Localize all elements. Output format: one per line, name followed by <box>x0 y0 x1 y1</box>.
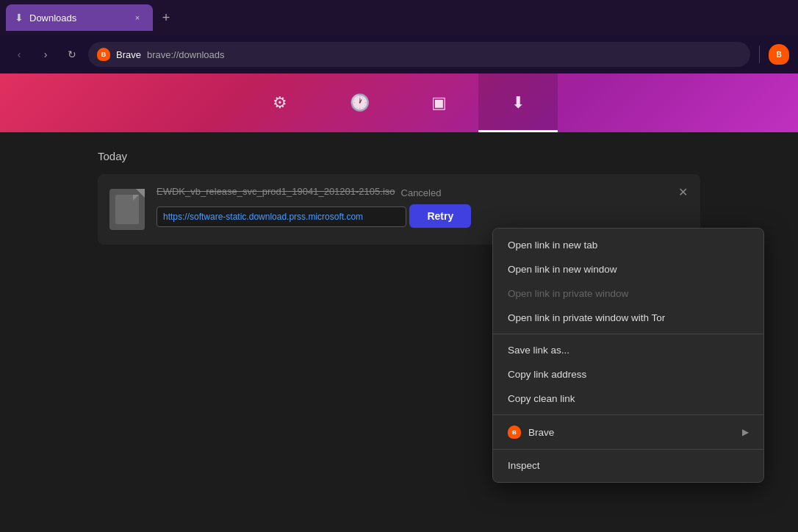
file-icon-inner <box>115 195 139 224</box>
brave-logo-icon: B <box>508 425 521 439</box>
download-url-input[interactable] <box>157 206 406 227</box>
menu-open-new-tab[interactable]: Open link in new tab <box>493 233 763 257</box>
download-filename: EWDK_vb_release_svc_prod1_19041_201201-2… <box>157 186 395 197</box>
menu-inspect[interactable]: Inspect <box>493 453 763 478</box>
menu-divider-3 <box>493 449 763 450</box>
back-button[interactable]: ‹ <box>9 44 29 65</box>
brave-shield-icon: B <box>97 48 110 61</box>
submenu-arrow-icon: ▶ <box>742 427 749 437</box>
context-menu: Open link in new tab Open link in new wi… <box>492 228 764 483</box>
tab-title: Downloads <box>29 12 125 24</box>
forward-button[interactable]: › <box>35 44 56 65</box>
close-download-button[interactable]: ✕ <box>674 183 691 201</box>
address-brand: Brave <box>116 49 141 60</box>
menu-divider-1 <box>493 334 763 334</box>
menu-divider-2 <box>493 414 763 415</box>
address-bar[interactable]: B Brave brave://downloads <box>88 42 750 67</box>
nav-divider <box>759 46 760 63</box>
toolbar-downloads[interactable]: ⬇ <box>478 73 558 132</box>
brave-submenu-icon: B <box>508 425 521 439</box>
menu-open-private-window: Open link in private window <box>493 281 763 306</box>
file-icon <box>109 189 145 230</box>
downloads-tab[interactable]: ⬇ Downloads × <box>6 4 153 31</box>
tab-download-icon: ⬇ <box>15 12 24 24</box>
menu-copy-clean-link[interactable]: Copy clean link <box>493 387 763 411</box>
filename-row: EWDK_vb_release_svc_prod1_19041_201201-2… <box>157 186 689 200</box>
top-toolbar: ⚙ 🕐 ▣ ⬇ <box>0 73 798 132</box>
address-url: brave://downloads <box>147 49 225 60</box>
menu-open-new-window[interactable]: Open link in new window <box>493 257 763 281</box>
reload-button[interactable]: ↻ <box>62 44 82 65</box>
menu-copy-link[interactable]: Copy link address <box>493 362 763 387</box>
menu-save-link-as[interactable]: Save link as... <box>493 338 763 362</box>
downloads-icon: ⬇ <box>511 93 525 112</box>
brave-menu-button[interactable]: B <box>769 44 789 65</box>
toolbar-history[interactable]: 🕐 <box>320 73 399 132</box>
tab-close-button[interactable]: × <box>131 11 144 24</box>
menu-open-private-tor[interactable]: Open link in private window with Tor <box>493 306 763 330</box>
tab-bar: ⬇ Downloads × + <box>0 0 798 35</box>
retry-button[interactable]: Retry <box>409 204 471 228</box>
menu-brave-submenu[interactable]: B Brave ▶ <box>493 419 763 445</box>
history-icon: 🕐 <box>350 93 370 112</box>
bookmarks-icon: ▣ <box>431 93 447 112</box>
nav-bar: ‹ › ↻ B Brave brave://downloads B <box>0 35 798 73</box>
download-info: EWDK_vb_release_svc_prod1_19041_201201-2… <box>157 186 689 233</box>
settings-icon: ⚙ <box>273 93 287 112</box>
toolbar-bookmarks[interactable]: ▣ <box>399 73 478 132</box>
new-tab-button[interactable]: + <box>156 7 176 28</box>
section-title: Today <box>98 150 700 162</box>
download-status: Canceled <box>401 187 442 198</box>
toolbar-settings[interactable]: ⚙ <box>240 73 320 132</box>
